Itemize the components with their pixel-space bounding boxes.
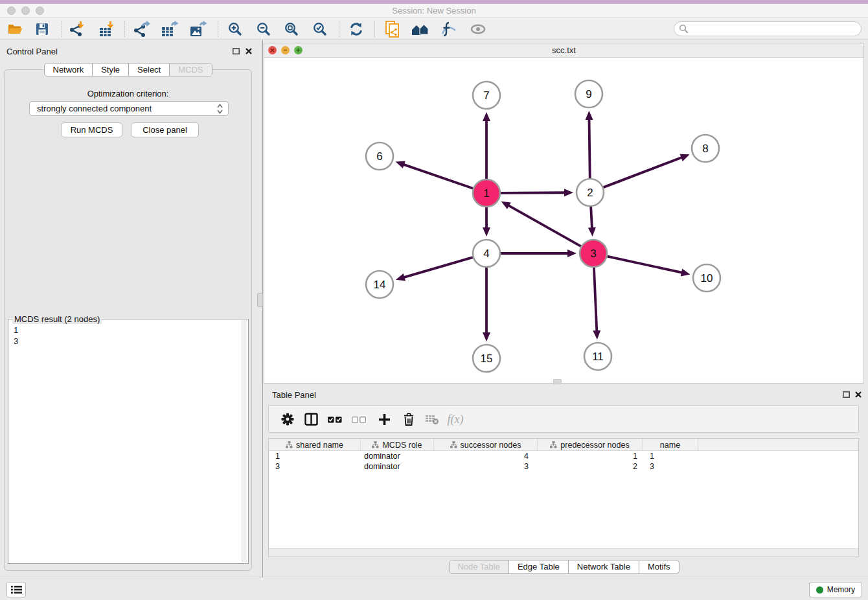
delete-row-button[interactable] (398, 409, 419, 430)
column-header-predecessor-nodes[interactable]: predecessor nodes (538, 439, 643, 451)
show-panels-button[interactable] (6, 582, 26, 597)
select-all-button[interactable] (325, 409, 345, 430)
run-mcds-button[interactable]: Run MCDS (61, 122, 122, 137)
node-table[interactable]: shared nameMCDS rolesuccessor nodesprede… (268, 438, 859, 557)
tab-node-table[interactable]: Node Table (449, 560, 508, 573)
table-cell[interactable]: 4 (434, 451, 538, 461)
graph-edge-1-2[interactable] (501, 192, 566, 193)
table-cell[interactable]: dominator (361, 461, 434, 472)
zoom-fit-icon (284, 21, 299, 37)
network-window-titlebar[interactable]: scc.txt (264, 43, 863, 58)
add-column-button[interactable] (374, 409, 394, 430)
open-session-button[interactable] (3, 19, 27, 39)
checked-boxes-icon (328, 416, 342, 423)
chevron-updown-icon (217, 104, 223, 118)
table-cell[interactable]: 1 (538, 451, 643, 461)
graph-edge-arrowhead (396, 273, 405, 281)
import-network-button[interactable] (66, 19, 89, 39)
save-session-button[interactable] (30, 19, 54, 39)
table-cell[interactable]: 3 (434, 461, 538, 472)
bottom-divider-handle[interactable] (553, 379, 562, 384)
refresh-layout-button[interactable] (345, 19, 368, 39)
refresh-icon (348, 21, 364, 37)
graph-edge-arrowhead (567, 249, 577, 257)
search-box[interactable] (674, 21, 862, 36)
table-panel: Table Panel (264, 386, 864, 577)
main-titlebar[interactable]: Session: New Session (0, 4, 868, 17)
import-table-button[interactable] (96, 19, 119, 39)
mcds-result-box: MCDS result (2 nodes) 13 (8, 319, 249, 564)
table-cell[interactable]: 1 (643, 451, 698, 461)
function-builder-button[interactable]: f(x) (445, 409, 466, 430)
table-cell[interactable]: 3 (643, 461, 698, 472)
table-toolbar: f(x) (268, 405, 859, 433)
zoom-in-button[interactable] (223, 19, 247, 39)
delete-column-icon (425, 413, 439, 425)
tab-network-table[interactable]: Network Table (568, 560, 639, 573)
network-canvas[interactable]: 1234678910111415 (264, 58, 863, 383)
graph-edge-2-9[interactable] (589, 118, 589, 178)
table-cell[interactable]: 1 (269, 451, 361, 461)
column-header-successor-nodes[interactable]: successor nodes (434, 439, 538, 451)
column-header-label: name (660, 441, 680, 450)
graph-edge-1-6[interactable] (402, 164, 473, 189)
toolbar-separator (339, 21, 339, 37)
graph-edge-3-11[interactable] (594, 268, 597, 332)
optimization-criterion-select[interactable]: strongly connected component (29, 101, 229, 116)
float-table-panel-icon[interactable] (841, 389, 851, 400)
graph-edge-3-1[interactable] (507, 205, 581, 246)
gear-icon (281, 413, 294, 426)
panel-divider-handle[interactable] (257, 293, 263, 307)
zoom-selected-button[interactable] (308, 19, 332, 39)
table-row[interactable]: 3dominator323 (269, 461, 858, 472)
close-table-panel-icon[interactable] (853, 389, 863, 400)
graph-node-label: 10 (701, 272, 713, 284)
graph-edge-2-3[interactable] (591, 207, 592, 229)
birds-eye-view-button[interactable] (466, 19, 490, 39)
close-panel-button[interactable]: Close panel (131, 122, 199, 137)
export-image-button[interactable] (187, 19, 210, 39)
export-table-button[interactable] (158, 19, 181, 39)
column-type-icon (286, 441, 293, 448)
table-horizontal-scrollbar[interactable] (269, 548, 858, 557)
split-columns-button[interactable] (301, 409, 321, 430)
home-view-button[interactable] (409, 19, 432, 39)
unselect-all-button[interactable] (348, 409, 369, 430)
tab-select[interactable]: Select (128, 63, 169, 76)
tab-style[interactable]: Style (92, 63, 128, 76)
table-settings-button[interactable] (277, 409, 298, 430)
graphics-details-button[interactable] (437, 19, 461, 39)
tab-edge-table[interactable]: Edge Table (508, 560, 568, 573)
graph-node-label: 8 (702, 143, 708, 155)
graph-edge-4-14[interactable] (403, 257, 473, 278)
delete-column-button[interactable] (422, 409, 442, 430)
close-panel-icon[interactable] (244, 46, 254, 56)
table-cell[interactable]: dominator (361, 451, 434, 461)
column-type-icon (372, 441, 379, 448)
table-cell[interactable]: 3 (269, 461, 361, 472)
tab-motifs[interactable]: Motifs (639, 560, 679, 573)
column-header-mcds-role[interactable]: MCDS role (361, 439, 434, 451)
tab-mcds[interactable]: MCDS (169, 63, 211, 76)
tab-network[interactable]: Network (44, 63, 92, 76)
export-table-icon (161, 21, 179, 38)
column-header-name[interactable]: name (643, 439, 698, 451)
table-cell[interactable]: 2 (538, 461, 643, 472)
zoom-out-button[interactable] (252, 19, 275, 39)
export-network-button[interactable] (130, 19, 154, 39)
table-header-row: shared nameMCDS rolesuccessor nodesprede… (269, 439, 858, 451)
unchecked-boxes-icon (352, 416, 366, 423)
table-row[interactable]: 1dominator411 (269, 451, 858, 461)
mcds-result-line: 3 (14, 336, 18, 347)
search-input[interactable] (689, 23, 861, 35)
zoom-fit-button[interactable] (280, 19, 303, 39)
column-header-label: shared name (296, 441, 343, 450)
float-panel-icon[interactable] (231, 46, 241, 56)
columns-icon (304, 413, 318, 426)
network-from-selection-button[interactable] (381, 19, 404, 39)
result-scrollbar[interactable] (242, 320, 247, 562)
graph-edge-3-10[interactable] (607, 257, 683, 273)
graph-edge-2-8[interactable] (604, 157, 683, 187)
column-header-shared-name[interactable]: shared name (269, 439, 361, 451)
memory-button[interactable]: Memory (809, 582, 862, 597)
